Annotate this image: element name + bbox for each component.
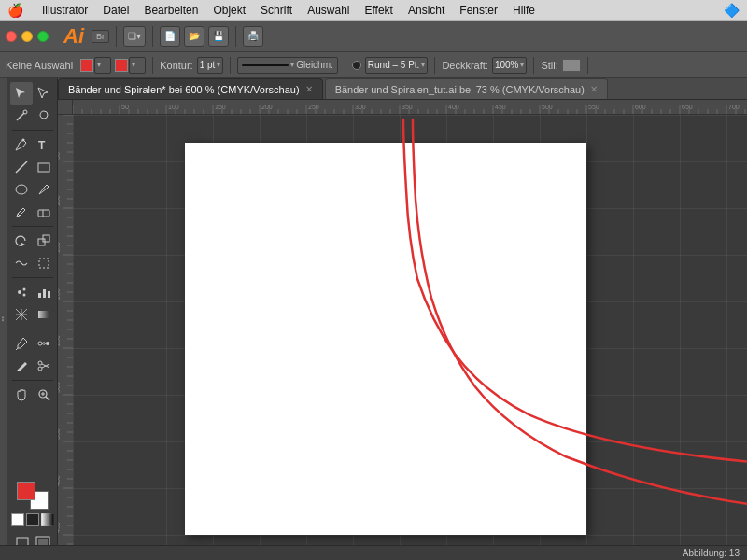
svg-rect-16 — [38, 293, 41, 298]
vertical-ruler: 50100150200250300350400450 — [58, 115, 73, 560]
svg-rect-31 — [41, 513, 54, 526]
magic-wand-tool[interactable] — [10, 105, 33, 127]
svg-text:350: 350 — [402, 104, 413, 110]
menu-schrift[interactable]: Schrift — [261, 4, 292, 17]
style-swatch[interactable] — [562, 59, 581, 72]
menu-datei[interactable]: Datei — [103, 4, 129, 17]
symbol-sprayer-tool[interactable] — [10, 281, 33, 303]
zoom-tool[interactable] — [33, 384, 55, 406]
opacity-dropdown[interactable]: 100% — [492, 57, 528, 74]
gradient-tool[interactable] — [33, 303, 55, 326]
none-swatch[interactable] — [11, 513, 24, 526]
close-button[interactable] — [6, 31, 17, 42]
open-button[interactable]: 📂 — [184, 26, 204, 47]
blend-tool[interactable] — [33, 332, 55, 355]
fill-dropdown[interactable] — [94, 57, 111, 74]
menu-objekt[interactable]: Objekt — [213, 4, 246, 17]
stroke-dropdown[interactable] — [129, 57, 146, 74]
tab-label-1: Bänder und Spiralen* bei 600 % (CMYK/Vor… — [68, 84, 300, 95]
svg-point-15 — [22, 294, 25, 297]
print-button[interactable]: 🖨️ — [243, 26, 263, 47]
free-transform-tool[interactable] — [33, 252, 55, 274]
tab-close-1[interactable]: ✕ — [305, 84, 313, 94]
save-button[interactable]: 💾 — [208, 26, 229, 47]
vruler-ticks: 50100150200250300350400450 — [58, 115, 73, 559]
svg-line-20 — [16, 348, 18, 350]
svg-rect-7 — [38, 210, 49, 217]
svg-text:500: 500 — [542, 104, 553, 110]
svg-point-6 — [16, 185, 27, 194]
ellipse-tool[interactable] — [10, 178, 33, 201]
stroke-color-swatch[interactable] — [115, 59, 128, 72]
minimize-button[interactable] — [21, 31, 33, 42]
svg-rect-5 — [38, 163, 49, 172]
select-tool[interactable] — [10, 82, 33, 105]
cap-style-dropdown[interactable]: Rund – 5 Pt. — [365, 57, 429, 74]
tab-close-2[interactable]: ✕ — [590, 84, 598, 94]
type-tool[interactable]: T — [33, 133, 55, 156]
stroke-style-dropdown[interactable]: ▾ Gleichm. — [237, 57, 337, 74]
canvas-wrapper: 5010015020025030035040045050055060065070… — [58, 100, 747, 560]
svg-text:550: 550 — [588, 104, 599, 110]
tool-separator-3 — [12, 277, 53, 278]
svg-line-4 — [16, 161, 27, 173]
mesh-tool[interactable] — [10, 303, 33, 326]
svg-point-22 — [46, 342, 49, 345]
color-mode-swatch[interactable] — [26, 513, 39, 526]
ai-logo: Ai — [63, 26, 84, 47]
br-badge[interactable]: Br — [92, 30, 109, 43]
svg-text:700: 700 — [728, 104, 740, 110]
new-button[interactable]: 📄 — [160, 26, 180, 47]
menu-fenster[interactable]: Fenster — [459, 4, 498, 17]
brush-tool[interactable] — [33, 178, 55, 201]
toolbar-separator — [116, 26, 117, 47]
pen-tool[interactable] — [10, 133, 33, 156]
eraser-tool[interactable] — [33, 201, 55, 223]
svg-text:400: 400 — [58, 475, 61, 486]
live-paint-tool[interactable] — [10, 355, 33, 377]
gradient-swatch[interactable] — [41, 513, 54, 526]
scale-tool[interactable] — [33, 230, 55, 252]
svg-text:50: 50 — [58, 152, 61, 160]
svg-marker-9 — [21, 243, 25, 246]
svg-line-0 — [17, 113, 24, 120]
sidebar-handle[interactable]: •• — [0, 78, 7, 560]
scissors-tool[interactable] — [33, 355, 55, 377]
rotate-tool[interactable] — [10, 230, 33, 252]
svg-text:300: 300 — [58, 382, 61, 393]
apple-menu[interactable]: 🍎 — [7, 3, 23, 18]
menu-hilfe[interactable]: Hilfe — [513, 4, 535, 17]
line-tool[interactable] — [10, 156, 33, 178]
svg-text:600: 600 — [635, 104, 646, 110]
menu-auswahl[interactable]: Auswahl — [307, 4, 349, 17]
fill-stroke-swatches[interactable] — [17, 482, 49, 510]
direct-select-tool[interactable] — [33, 82, 55, 105]
rect-tool[interactable] — [33, 156, 55, 178]
warp-tool[interactable] — [10, 252, 33, 274]
pencil-tool[interactable] — [10, 201, 33, 223]
canvas-area[interactable] — [73, 115, 747, 560]
tab-bander-spiralen[interactable]: Bänder und Spiralen* bei 600 % (CMYK/Vor… — [58, 78, 323, 99]
menu-bearbeiten[interactable]: Bearbeiten — [144, 4, 198, 17]
fill-swatch[interactable] — [17, 482, 35, 500]
svg-rect-12 — [39, 259, 49, 268]
canvas-and-vruler: 50100150200250300350400450 — [58, 115, 747, 560]
maximize-button[interactable] — [37, 31, 49, 42]
menu-illustrator[interactable]: Illustrator — [42, 4, 88, 17]
toolbar-separator-3 — [235, 26, 236, 47]
fill-color-swatch[interactable] — [80, 59, 93, 72]
svg-line-28 — [46, 397, 49, 400]
menu-ansicht[interactable]: Ansicht — [408, 4, 444, 17]
arrange-button[interactable]: ❏▾ — [123, 26, 146, 47]
no-selection-label: Keine Auswahl — [6, 60, 73, 71]
menu-effekt[interactable]: Effekt — [364, 4, 392, 17]
hand-tool[interactable] — [10, 384, 33, 406]
tab-bander-spiralen-tut[interactable]: Bänder und Spiralen_tut.ai bei 73 % (CMY… — [325, 78, 608, 99]
main-toolbar: Ai Br ❏▾ 📄 📂 💾 🖨️ — [0, 21, 747, 52]
svg-text:100: 100 — [58, 195, 61, 206]
lasso-tool[interactable] — [33, 105, 55, 127]
svg-text:450: 450 — [58, 522, 61, 533]
eyedropper-tool[interactable] — [10, 332, 33, 355]
stroke-size-dropdown[interactable]: 1 pt — [197, 57, 224, 74]
column-graph-tool[interactable] — [33, 281, 55, 303]
